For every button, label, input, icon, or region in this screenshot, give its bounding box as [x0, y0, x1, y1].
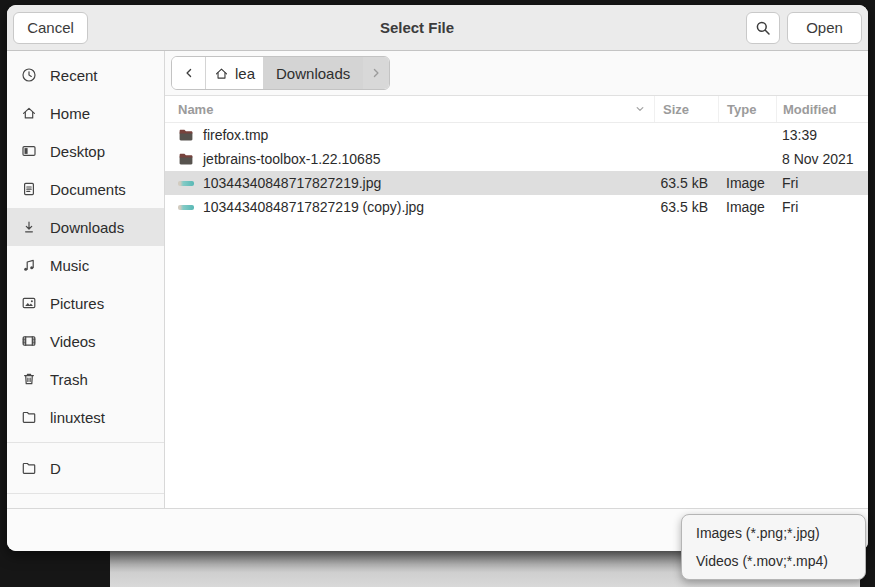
sidebar-item-d[interactable]: D	[7, 449, 164, 487]
search-button[interactable]	[746, 12, 780, 44]
main-pane: lea Downloads Name	[165, 51, 868, 508]
open-button[interactable]: Open	[787, 12, 862, 44]
sidebar-item-pictures[interactable]: Pictures	[7, 284, 164, 322]
column-header-name[interactable]: Name	[165, 96, 654, 122]
sidebar-item-label: Recent	[50, 67, 98, 84]
file-name: 10344340848717827219.jpg	[203, 175, 381, 191]
sidebar-item-home[interactable]: Home	[7, 94, 164, 132]
file-row[interactable]: 10344340848717827219 (copy).jpg 63.5 kB …	[165, 195, 868, 219]
picture-icon	[21, 295, 37, 311]
folder-icon	[178, 151, 194, 167]
path-segments: lea Downloads	[171, 56, 390, 90]
file-name: jetbrains-toolbox-1.22.10685	[203, 151, 380, 167]
file-name: 10344340848717827219 (copy).jpg	[203, 199, 424, 215]
file-name: firefox.tmp	[203, 127, 268, 143]
header-bar: Cancel Select File Open	[7, 5, 868, 51]
column-header-row: Name Size Type Modified	[165, 96, 868, 123]
sidebar-item-label: Trash	[50, 371, 88, 388]
file-modified: 13:39	[776, 127, 868, 143]
column-header-type[interactable]: Type	[718, 96, 776, 122]
file-size: 63.5 kB	[654, 175, 718, 191]
sidebar-item-label: Pictures	[50, 295, 104, 312]
image-thumbnail-icon	[178, 175, 194, 191]
image-thumbnail-icon	[178, 199, 194, 215]
chevron-left-icon	[182, 66, 196, 80]
file-row[interactable]: jetbrains-toolbox-1.22.10685 8 Nov 2021	[165, 147, 868, 171]
download-icon	[21, 219, 37, 235]
sidebar-item-label: Videos	[50, 333, 96, 350]
desktop-icon	[21, 143, 37, 159]
column-header-size[interactable]: Size	[654, 96, 718, 122]
path-back-button[interactable]	[172, 57, 205, 89]
file-filter-popup: Images (*.png;*.jpg) Videos (*.mov;*.mp4…	[681, 514, 866, 580]
sidebar-item-music[interactable]: Music	[7, 246, 164, 284]
home-icon	[21, 105, 37, 121]
sidebar-item-label: Desktop	[50, 143, 105, 160]
dialog-body: Recent Home Desktop Documents	[7, 51, 868, 508]
sidebar-item-trash[interactable]: Trash	[7, 360, 164, 398]
search-icon	[755, 20, 771, 36]
document-icon	[21, 181, 37, 197]
sidebar-item-documents[interactable]: Documents	[7, 170, 164, 208]
trash-icon	[21, 371, 37, 387]
path-segment-home[interactable]: lea	[205, 57, 263, 89]
folder-icon	[178, 127, 194, 143]
file-modified: Fri	[776, 175, 868, 191]
file-chooser-dialog: Cancel Select File Open Recent	[7, 5, 868, 551]
sidebar-item-label: D	[50, 460, 61, 477]
file-modified: 8 Nov 2021	[776, 151, 868, 167]
home-icon	[214, 66, 229, 81]
column-header-modified[interactable]: Modified	[776, 96, 868, 122]
sidebar-item-linuxtest[interactable]: linuxtest	[7, 398, 164, 436]
filter-option-images[interactable]: Images (*.png;*.jpg)	[682, 519, 865, 547]
chevron-down-icon	[634, 103, 646, 115]
file-row[interactable]: firefox.tmp 13:39	[165, 123, 868, 147]
places-sidebar: Recent Home Desktop Documents	[7, 51, 165, 508]
sidebar-item-label: Home	[50, 105, 90, 122]
file-type: Image	[718, 199, 776, 215]
folder-icon	[21, 460, 37, 476]
cancel-button[interactable]: Cancel	[13, 12, 88, 44]
sidebar-item-label: Music	[50, 257, 89, 274]
file-row-selected[interactable]: 10344340848717827219.jpg 63.5 kB Image F…	[165, 171, 868, 195]
dialog-title: Select File	[95, 19, 739, 36]
sidebar-item-downloads[interactable]: Downloads	[7, 208, 164, 246]
file-size: 63.5 kB	[654, 199, 718, 215]
file-modified: Fri	[776, 199, 868, 215]
filter-option-videos[interactable]: Videos (*.mov;*.mp4)	[682, 547, 865, 575]
chevron-right-icon	[369, 66, 383, 80]
folder-icon	[21, 409, 37, 425]
sidebar-item-label: Downloads	[50, 219, 124, 236]
sidebar-item-recent[interactable]: Recent	[7, 56, 164, 94]
sidebar-separator	[7, 493, 164, 494]
path-bar: lea Downloads	[165, 51, 868, 95]
file-type: Image	[718, 175, 776, 191]
path-forward-button[interactable]	[362, 57, 389, 89]
path-segment-downloads[interactable]: Downloads	[263, 57, 362, 89]
sidebar-item-label: Documents	[50, 181, 126, 198]
sidebar-item-other-locations[interactable]: Other Locations	[7, 500, 164, 508]
clock-icon	[21, 67, 37, 83]
file-list: Name Size Type Modified fi	[165, 95, 868, 508]
film-icon	[21, 333, 37, 349]
sidebar-item-desktop[interactable]: Desktop	[7, 132, 164, 170]
path-segment-label: lea	[235, 65, 255, 82]
music-note-icon	[21, 257, 37, 273]
sidebar-item-videos[interactable]: Videos	[7, 322, 164, 360]
sidebar-item-label: linuxtest	[50, 409, 105, 426]
sidebar-separator	[7, 442, 164, 443]
